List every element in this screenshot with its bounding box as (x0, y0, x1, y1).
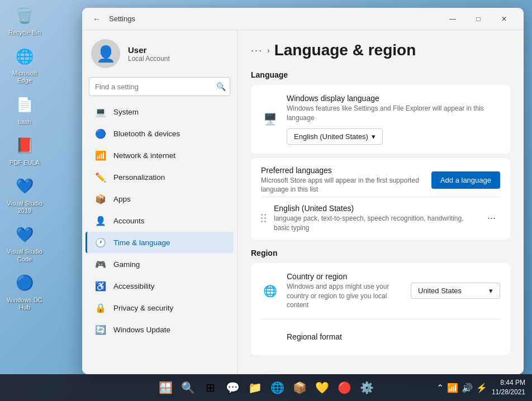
time-language-icon: 🕐 (94, 236, 107, 249)
region-section-gap: Region (251, 249, 510, 257)
desktop-icon-windowsdc[interactable]: 🔵 Windows DC Hub (4, 272, 45, 311)
title-bar-nav: ← Settings (89, 11, 440, 27)
taskbar-battery-icon[interactable]: ⚡ (476, 383, 487, 393)
desktop-icon-bash[interactable]: 📄 bash (4, 94, 45, 126)
settings-window: ← Settings — □ ✕ 👤 User Local Account 🔍 (82, 8, 524, 374)
taskbar-icon-red[interactable]: 🔴 (334, 378, 354, 398)
recycle-bin-icon: 🗑️ (13, 4, 36, 27)
language-entry-menu-button[interactable]: ··· (483, 210, 500, 226)
edge-label: Microsoft Edge (4, 70, 45, 84)
sidebar-item-gaming[interactable]: 🎮 Gaming (86, 254, 234, 275)
country-subtitle: Windows and apps might use your country … (287, 282, 403, 310)
language-entry-row: English (United States) language pack, t… (251, 197, 510, 240)
sidebar-item-personalization[interactable]: ✏️ Personalization (86, 166, 234, 188)
sidebar-item-apps[interactable]: 📦 Apps (86, 188, 234, 209)
taskbar-taskview-button[interactable]: ⊞ (200, 378, 220, 398)
country-dropdown-arrow-icon: ▾ (489, 287, 493, 295)
sidebar-item-apps-label: Apps (113, 195, 131, 203)
taskbar-search-button[interactable]: 🔍 (178, 378, 198, 398)
taskbar-chevron-icon[interactable]: ⌃ (436, 383, 444, 393)
search-button[interactable]: 🔍 (216, 82, 226, 91)
search-input[interactable] (89, 77, 230, 96)
taskbar-icon-yellow[interactable]: 💛 (312, 378, 332, 398)
back-button[interactable]: ← (89, 11, 104, 27)
desktop-icon-recycle-bin[interactable]: 🗑️ Recycle Bin (4, 4, 45, 36)
regional-format-text: Regional format (287, 332, 500, 342)
main-content: ··· › Language & region Language 🖥️ Wind… (238, 30, 524, 374)
taskbar-settings-button[interactable]: ⚙️ (357, 378, 377, 398)
region-section-label: Region (251, 249, 510, 257)
bluetooth-icon: 🔵 (94, 127, 107, 140)
vscode-label: Visual Studio Code (4, 248, 45, 262)
taskbar-start-button[interactable]: 🪟 (155, 378, 175, 398)
desktop-icon-edge[interactable]: 🌐 Microsoft Edge (4, 45, 45, 84)
desktop-icon-pdf[interactable]: 📕 PDF EULA (4, 135, 45, 166)
display-language-dropdown[interactable]: English (United States) ▾ (287, 128, 383, 145)
display-language-title: Windows display language (287, 94, 500, 103)
display-language-value: English (United States) (294, 132, 368, 141)
preferred-text: Preferred languages Microsoft Store apps… (261, 166, 431, 195)
sidebar-item-time-language[interactable]: 🕐 Time & language (86, 232, 234, 253)
system-icon: 💻 (94, 106, 107, 118)
user-name: User (128, 45, 170, 55)
breadcrumb-dots[interactable]: ··· (251, 45, 263, 56)
taskbar-store-button[interactable]: 📦 (289, 378, 310, 398)
sidebar-item-personalization-label: Personalization (113, 173, 165, 182)
user-profile[interactable]: 👤 User Local Account (82, 30, 237, 75)
language-entry-title: English (United States) (274, 204, 475, 213)
sidebar-item-accounts[interactable]: 👤 Accounts (86, 210, 234, 231)
country-icon: 🌐 (261, 282, 279, 300)
accessibility-icon: ♿ (94, 280, 107, 292)
taskbar-clock: 8:44 PM (492, 378, 525, 388)
language-entry-subtitle: language pack, text-to-speech, speech re… (274, 214, 475, 233)
close-button[interactable]: ✕ (491, 9, 517, 28)
display-language-card: 🖥️ Windows display language Windows feat… (251, 85, 510, 154)
sidebar-item-system[interactable]: 💻 System (86, 101, 234, 122)
taskbar-network-icon[interactable]: 📶 (447, 383, 458, 393)
sidebar-item-system-label: System (113, 108, 139, 116)
sidebar-item-network[interactable]: 📶 Network & internet (86, 145, 234, 166)
taskbar-widgets-button[interactable]: 💬 (222, 378, 243, 398)
title-bar: ← Settings — □ ✕ (82, 8, 524, 30)
minimize-button[interactable]: — (440, 9, 466, 28)
nav-list: 💻 System 🔵 Bluetooth & devices 📶 Network… (82, 101, 237, 341)
language-section-label: Language (251, 70, 510, 79)
maximize-button[interactable]: □ (466, 9, 491, 28)
display-language-text: Windows display language Windows feature… (287, 94, 500, 145)
add-language-button[interactable]: Add a language (431, 171, 500, 189)
taskbar-time[interactable]: 8:44 PM 11/28/2021 (492, 378, 525, 397)
sidebar-item-windows-update[interactable]: 🔄 Windows Update (86, 319, 234, 340)
recycle-bin-label: Recycle Bin (8, 29, 41, 36)
regional-format-icon (261, 328, 279, 346)
taskbar-right: ⌃ 📶 🔊 ⚡ 8:44 PM 11/28/2021 (436, 378, 525, 397)
apps-icon: 📦 (94, 193, 107, 205)
country-dropdown[interactable]: United States ▾ (411, 283, 500, 299)
accounts-icon: 👤 (94, 214, 107, 227)
country-value: United States (418, 287, 462, 295)
taskbar-date: 11/28/2021 (492, 388, 525, 397)
user-info: User Local Account (128, 45, 170, 63)
search-box: 🔍 (89, 77, 230, 96)
desktop-icon-vscode[interactable]: 💙 Visual Studio Code (4, 223, 45, 262)
desktop-icon-vs2019[interactable]: 💙 Visual Studio 2019 (4, 175, 45, 214)
taskbar-sound-icon[interactable]: 🔊 (462, 383, 473, 393)
sidebar-item-accessibility[interactable]: ♿ Accessibility (86, 275, 234, 297)
bash-icon: 📄 (13, 94, 36, 116)
sidebar-item-bluetooth[interactable]: 🔵 Bluetooth & devices (86, 123, 234, 144)
country-region-card: 🌐 Country or region Windows and apps mig… (251, 263, 510, 355)
desktop-icons: 🗑️ Recycle Bin 🌐 Microsoft Edge 📄 bash 📕… (4, 4, 45, 311)
taskbar-explorer-button[interactable]: 📁 (245, 378, 265, 398)
taskbar-edge-button[interactable]: 🌐 (267, 378, 287, 398)
regional-format-row[interactable]: Regional format (251, 319, 510, 355)
pdf-label: PDF EULA (10, 159, 40, 166)
country-region-row: 🌐 Country or region Windows and apps mig… (251, 263, 510, 319)
vs2019-icon: 💙 (13, 175, 36, 198)
dropdown-arrow-icon: ▾ (372, 132, 376, 141)
drag-handle[interactable] (261, 214, 266, 222)
display-language-icon: 🖥️ (261, 110, 279, 128)
regional-format-title: Regional format (287, 332, 500, 341)
taskbar: 🪟 🔍 ⊞ 💬 📁 🌐 📦 💛 🔴 ⚙️ ⌃ 📶 🔊 ⚡ 8:44 PM 11/… (0, 374, 532, 401)
preferred-title: Preferred languages (261, 166, 431, 175)
sidebar-item-privacy[interactable]: 🔒 Privacy & security (86, 297, 234, 318)
edge-icon: 🌐 (13, 45, 36, 68)
